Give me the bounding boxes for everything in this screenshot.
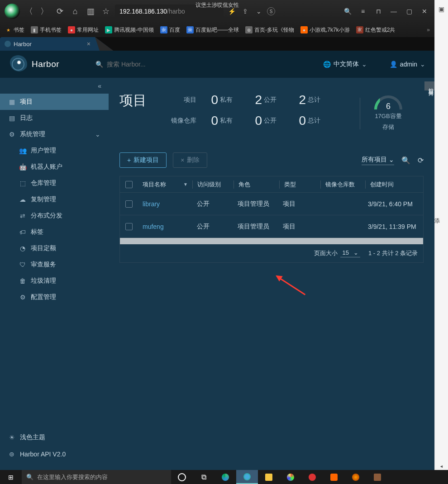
tab-close-icon[interactable]: × [87, 40, 91, 47]
sidebar-item-robots[interactable]: 🤖机器人账户 [0, 159, 109, 175]
bookmark-item[interactable]: ▮手机书签 [31, 26, 62, 34]
bookmarks-overflow[interactable]: » [427, 27, 430, 33]
username-label: admin [400, 61, 417, 68]
app-icon[interactable] [345, 470, 367, 484]
global-search[interactable]: 🔍 [95, 61, 319, 68]
bookmark-item[interactable]: ●小游戏,7k7k小游 [300, 26, 350, 34]
sidebar-item-label: 系统管理 [20, 130, 45, 138]
stat-sublabel: 私有 [220, 117, 245, 125]
stat-sublabel: 公开 [264, 96, 289, 104]
column-name[interactable]: 项目名称 [143, 180, 166, 189]
app-icon[interactable] [323, 470, 345, 484]
sidebar-item-replication[interactable]: ☁复制管理 [0, 191, 109, 208]
panel-icon[interactable]: ▣ [435, 0, 448, 13]
task-view-icon[interactable]: ⧉ [193, 470, 214, 484]
language-switcher[interactable]: 🌐 中文简体 ⌄ [323, 60, 367, 68]
minimize-button[interactable]: — [388, 6, 399, 17]
bookmark-item[interactable]: ★书签 [5, 26, 24, 34]
taskbar-search[interactable]: 🔍 在这里输入你要搜索的内容 [22, 470, 171, 484]
bookmark-item[interactable]: ●常用网址 [68, 26, 99, 34]
start-button[interactable]: ⊞ [0, 470, 22, 484]
pin-icon[interactable]: ⊓ [373, 6, 384, 17]
select-all-checkbox[interactable] [125, 181, 133, 188]
sidebar-item-labels[interactable]: 🏷标签 [0, 224, 109, 240]
back-button[interactable]: 〈 [23, 5, 35, 18]
horizontal-scroll-handle[interactable] [435, 462, 448, 470]
column-repo[interactable]: 镜像仓库数 [321, 180, 365, 189]
column-role[interactable]: 角色 [234, 180, 279, 189]
stats-projects: 项目 0 私有 2 公开 2 总计 [169, 91, 329, 109]
sidebar-item-logs[interactable]: ▤ 日志 [0, 110, 109, 126]
sidebar-item-registries[interactable]: ⬚仓库管理 [0, 175, 109, 191]
page-size-selector[interactable]: 页面大小 15⌄ [314, 249, 360, 257]
sidebar-item-quotas[interactable]: ◔项目定额 [0, 240, 109, 256]
dropdown-icon[interactable]: ⌄ [253, 6, 264, 17]
sidebar-item-users[interactable]: 👥用户管理 [0, 142, 109, 159]
sidebar-item-config[interactable]: ⚙配置管理 [0, 289, 109, 305]
api-label: Harbor API V2.0 [20, 451, 66, 458]
bookmark-item[interactable]: 崇百度 [160, 26, 180, 34]
horizontal-scrollbar[interactable] [120, 238, 423, 244]
column-access[interactable]: 访问级别 [193, 180, 234, 189]
row-checkbox[interactable] [125, 200, 133, 208]
cell-access: 公开 [192, 223, 233, 231]
theme-toggle[interactable]: ☀ 浅色主题 [0, 429, 109, 446]
table-row[interactable]: library 公开 项目管理员 项目 3/9/21, 6:40 PM [120, 193, 423, 215]
sidebar-item-label: 项目 [20, 98, 33, 106]
api-link[interactable]: ⊚ Harbor API V2.0 [0, 446, 109, 462]
log-icon: ▤ [8, 114, 15, 122]
harbor-app: Harbor 🔍 🌐 中文简体 ⌄ 👤 admin ⌄ « ▦ 项目 ▤ 日志 [0, 51, 434, 471]
table-row[interactable]: mufeng 公开 项目管理员 项目 3/9/21, 11:39 PM [120, 215, 423, 238]
search-icon[interactable]: 🔍 [342, 6, 353, 17]
refresh-icon[interactable]: ⟳ [418, 156, 424, 165]
new-project-button[interactable]: + 新建项目 [119, 152, 167, 168]
reload-button[interactable]: ⟳ [53, 5, 66, 18]
share-icon[interactable]: ⇪ [240, 6, 251, 17]
app-icon[interactable] [301, 470, 323, 484]
delete-button[interactable]: × 删除 [173, 152, 207, 168]
stat-value: 0 [289, 114, 308, 128]
bookmark-item[interactable]: 崇百度贴吧——全球 [186, 26, 239, 34]
maximize-button[interactable]: ▢ [404, 6, 415, 17]
browser-tab[interactable]: Harbor × [0, 37, 95, 51]
project-link[interactable]: mufeng [143, 223, 164, 230]
cortana-icon[interactable] [171, 470, 193, 484]
column-time[interactable]: 创建时间 [366, 180, 423, 189]
sidebar-item-distribution[interactable]: ⇄分布式分发 [0, 208, 109, 224]
sidebar-item-projects[interactable]: ▦ 项目 [0, 94, 109, 110]
button-label: 删除 [187, 156, 200, 164]
vertical-side-tab[interactable]: 拍田生艸 [424, 81, 434, 90]
app-icon[interactable] [280, 470, 301, 484]
edge-icon[interactable] [214, 470, 236, 484]
collapse-icon[interactable]: « [98, 82, 101, 90]
row-checkbox[interactable] [125, 223, 133, 230]
user-menu[interactable]: 👤 admin ⌄ [390, 61, 425, 68]
extension-icon[interactable]: S [267, 7, 275, 15]
project-link[interactable]: library [143, 200, 160, 208]
column-type[interactable]: 类型 [280, 180, 320, 189]
chevron-down-icon: ⌄ [362, 61, 367, 68]
app-icon[interactable] [367, 470, 388, 484]
filter-icon[interactable]: ▼ [183, 182, 188, 187]
sidebar-item-interrogation[interactable]: 🛡审查服务 [0, 256, 109, 273]
reader-button[interactable]: ▥ [84, 5, 97, 18]
bookmark-star[interactable]: ☆ [100, 5, 112, 18]
bookmark-item[interactable]: 家红色警戒2共 [356, 26, 396, 34]
explorer-icon[interactable] [258, 470, 280, 484]
sidebar-item-label: 分布式分发 [31, 212, 62, 220]
browser-icon[interactable] [236, 470, 258, 484]
search-icon[interactable]: 🔍 [401, 156, 410, 165]
sun-icon: ☀ [8, 434, 15, 441]
profile-avatar[interactable] [5, 4, 20, 19]
forward-button[interactable]: 〉 [38, 5, 51, 18]
close-window-button[interactable]: ✕ [419, 6, 430, 17]
bookmark-label: 百度贴吧——全球 [195, 26, 239, 34]
project-filter[interactable]: 所有项目 ⌄ [362, 156, 394, 165]
bookmark-item[interactable]: ▶腾讯视频-中国领 [105, 26, 154, 34]
search-input[interactable] [107, 61, 197, 68]
sidebar-item-administration[interactable]: ⚙ 系统管理 ⌄ [0, 126, 109, 142]
menu-icon[interactable]: ≡ [357, 6, 368, 17]
home-button[interactable]: ⌂ [69, 5, 81, 18]
sidebar-item-gc[interactable]: 🗑垃圾清理 [0, 273, 109, 289]
bookmark-item[interactable]: ⊕首页-多玩《怪物 [245, 26, 294, 34]
